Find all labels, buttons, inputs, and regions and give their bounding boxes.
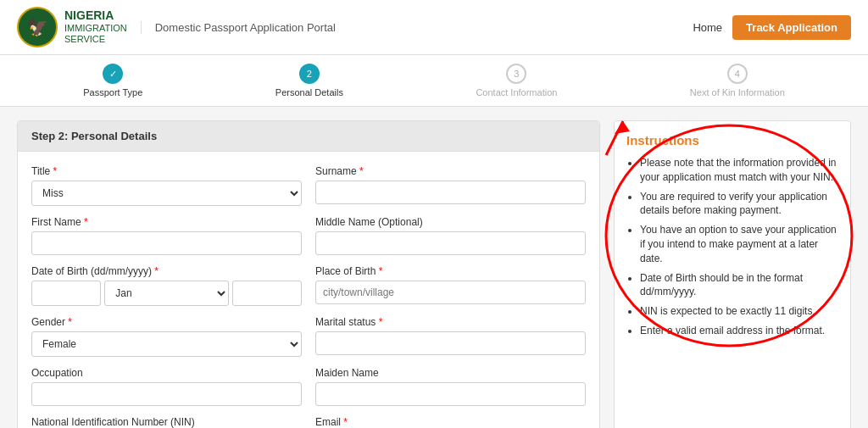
surname-required: *	[357, 165, 364, 177]
header-left: 🦅 NIGERIA IMMIGRATION SERVICE Domestic P…	[17, 7, 336, 47]
eagle-icon: 🦅	[27, 17, 48, 37]
row-dob-pob: Date of Birth (dd/mm/yyyy) * 01 JanFebMa…	[31, 265, 586, 306]
home-link[interactable]: Home	[693, 21, 722, 34]
step-circle-personal-details: 2	[299, 64, 320, 84]
dob-year-input[interactable]: 1901	[232, 281, 302, 306]
portal-title: Domestic Passport Application Portal	[141, 21, 336, 34]
form-card: Step 2: Personal Details Title * Miss Mr…	[17, 120, 600, 428]
group-gender: Gender * Female Male	[31, 316, 302, 357]
instructions-title: Instructions	[626, 133, 838, 147]
occupation-input[interactable]: Digital Designer	[31, 382, 302, 406]
instruction-item-6: Enter a valid email address in the forma…	[640, 324, 838, 338]
firstname-label: First Name *	[31, 216, 302, 228]
row-nin-email: National Identification Number (NIN) 123…	[31, 416, 586, 428]
step-contact-information: 3 Contact Information	[476, 64, 557, 97]
surname-label: Surname *	[315, 165, 586, 177]
form-card-header: Step 2: Personal Details	[18, 121, 599, 152]
step-label-next-of-kin: Next of Kin Information	[690, 87, 785, 97]
header: 🦅 NIGERIA IMMIGRATION SERVICE Domestic P…	[0, 0, 868, 55]
step-label-passport-type: Passport Type	[83, 87, 142, 97]
group-middlename: Middle Name (Optional) Strong Yoruba Nam…	[315, 216, 586, 255]
group-placeofbirth: Place of Birth *	[315, 265, 586, 306]
track-application-button[interactable]: Track Application	[732, 15, 851, 40]
step-circle-contact: 3	[506, 64, 526, 84]
row-firstname-middlename: First Name * Viki Middle Name (Optional)…	[31, 216, 586, 255]
instruction-item-5: NIN is expected to be exactly 11 digits.	[640, 304, 838, 319]
dob-month-select[interactable]: JanFebMarApr MayJunJulAug SepOctNovDec	[104, 281, 229, 306]
dob-inputs: 01 JanFebMarApr MayJunJulAug SepOctNovDe…	[31, 281, 302, 306]
nis-sub-service: SERVICE	[64, 34, 127, 45]
dob-day-input[interactable]: 01	[31, 281, 101, 306]
maiden-input[interactable]: Johnson	[315, 382, 586, 406]
logo-text: NIGERIA IMMIGRATION SERVICE	[64, 8, 127, 45]
placeofbirth-input[interactable]	[315, 281, 586, 304]
row-title-surname: Title * Miss Mr Mrs Dr Surname *	[31, 165, 586, 206]
group-dob: Date of Birth (dd/mm/yyyy) * 01 JanFebMa…	[31, 265, 302, 306]
group-marital: Marital status * Single	[315, 316, 586, 357]
step-label-contact: Contact Information	[476, 87, 557, 97]
steps-bar: ✓ Passport Type 2 Personal Details 3 Con…	[0, 55, 868, 107]
form-body: Title * Miss Mr Mrs Dr Surname *	[18, 152, 599, 428]
firstname-required: *	[81, 216, 88, 228]
logo-area: 🦅 NIGERIA IMMIGRATION SERVICE	[17, 7, 127, 47]
svg-marker-2	[615, 121, 630, 134]
row-occupation-maiden: Occupation Digital Designer Maiden Name …	[31, 367, 586, 406]
main-content: Step 2: Personal Details Title * Miss Mr…	[0, 107, 868, 428]
group-nin: National Identification Number (NIN) 123…	[31, 416, 302, 428]
svg-line-1	[606, 121, 623, 155]
surname-input[interactable]: Johnson	[315, 181, 586, 204]
instructions-card: Instructions Please note that the inform…	[614, 120, 851, 428]
group-email: Email * hi@vikijohnson.com	[315, 416, 586, 428]
group-surname: Surname * Johnson	[315, 165, 586, 206]
step-next-of-kin: 4 Next of Kin Information	[690, 64, 785, 97]
logo-emblem: 🦅	[17, 7, 58, 47]
instruction-item-3: You have an option to save your applicat…	[640, 223, 838, 265]
row-gender-marital: Gender * Female Male Marital status * Si…	[31, 316, 586, 357]
instruction-item-4: Date of Birth should be in the format dd…	[640, 271, 838, 300]
marital-required: *	[376, 316, 382, 328]
instruction-item-1: Please note that the information provide…	[640, 156, 838, 185]
marital-input[interactable]: Single	[315, 331, 586, 355]
group-title: Title * Miss Mr Mrs Dr	[31, 165, 302, 206]
placeofbirth-label: Place of Birth *	[315, 265, 586, 277]
gender-label: Gender *	[31, 316, 302, 328]
gender-select[interactable]: Female Male	[31, 331, 302, 357]
title-required: *	[50, 165, 57, 177]
email-required: *	[341, 416, 348, 428]
instructions-list: Please note that the information provide…	[626, 156, 838, 338]
group-firstname: First Name * Viki	[31, 216, 302, 255]
nis-title: NIGERIA	[64, 8, 127, 23]
step-circle-passport-type: ✓	[103, 64, 123, 84]
occupation-label: Occupation	[31, 367, 302, 379]
header-nav: Home Track Application	[693, 15, 851, 40]
gender-required: *	[65, 316, 72, 328]
marital-label: Marital status *	[315, 316, 586, 328]
title-select[interactable]: Miss Mr Mrs Dr	[31, 181, 302, 206]
email-label: Email *	[315, 416, 586, 428]
step-circle-next-of-kin: 4	[727, 64, 748, 84]
step-label-personal-details: Personal Details	[275, 87, 343, 97]
step-passport-type: ✓ Passport Type	[83, 64, 142, 97]
dob-required: *	[152, 265, 159, 277]
nin-label: National Identification Number (NIN)	[31, 416, 302, 428]
group-maiden: Maiden Name Johnson	[315, 367, 586, 406]
maiden-label: Maiden Name	[315, 367, 586, 379]
pob-required: *	[376, 265, 382, 277]
step-personal-details: 2 Personal Details	[275, 64, 343, 97]
firstname-input[interactable]: Viki	[31, 231, 302, 255]
middlename-input[interactable]: Strong Yoruba Name	[315, 231, 586, 255]
middlename-label: Middle Name (Optional)	[315, 216, 586, 228]
nis-sub-immigration: IMMIGRATION	[64, 23, 127, 34]
dob-label: Date of Birth (dd/mm/yyyy) *	[31, 265, 302, 277]
title-label: Title *	[31, 165, 302, 177]
group-occupation: Occupation Digital Designer	[31, 367, 302, 406]
instruction-item-2: You are required to verify your applicat…	[640, 190, 838, 219]
